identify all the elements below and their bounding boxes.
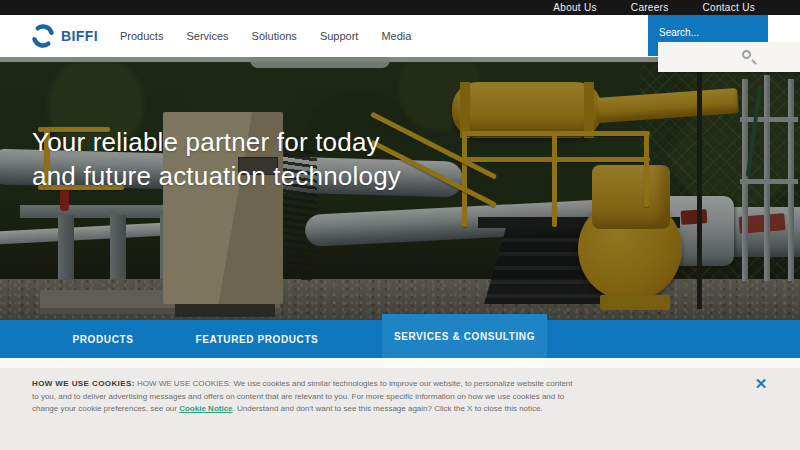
search-icon[interactable] <box>742 50 751 59</box>
tab-products[interactable]: PRODUCTS <box>28 320 178 358</box>
topbar-link-careers[interactable]: Careers <box>631 2 669 13</box>
page: About Us Careers Contact Us BIFFI Produc… <box>0 0 800 450</box>
search-input[interactable] <box>658 42 800 72</box>
topbar-link-about-us[interactable]: About Us <box>553 2 597 13</box>
section-tabbar: PRODUCTS FEATURED PRODUCTS SERVICES & CO… <box>0 320 800 358</box>
hero-heading-line2: and future actuation technology <box>32 159 401 193</box>
search-box <box>658 42 800 72</box>
nav-item-support[interactable]: Support <box>320 30 359 42</box>
nav-item-media[interactable]: Media <box>381 30 411 42</box>
cookie-notice: HOW WE USE COOKIES: HOW WE USE COOKIES: … <box>0 368 800 450</box>
cookie-bold-label: HOW WE USE COOKIES: <box>32 379 135 388</box>
cookie-notice-link[interactable]: Cookie Notice <box>179 404 232 413</box>
hero-image: Your reliable partner for today and futu… <box>0 57 800 320</box>
close-icon[interactable]: ✕ <box>748 372 774 396</box>
search-label: Search... <box>659 27 699 38</box>
bottom-strip <box>0 358 800 368</box>
cookie-notice-text: HOW WE USE COOKIES: HOW WE USE COOKIES: … <box>32 378 577 416</box>
biffi-logo[interactable]: BIFFI <box>30 23 98 49</box>
nav-item-services[interactable]: Services <box>186 30 228 42</box>
tab-featured-products[interactable]: FEATURED PRODUCTS <box>178 320 336 358</box>
tab-services-consulting[interactable]: SERVICES & CONSULTING <box>382 314 547 358</box>
topbar: About Us Careers Contact Us <box>0 0 800 15</box>
hero-heading-line1: Your reliable partner for today <box>32 125 401 159</box>
biffi-logo-icon <box>30 23 56 49</box>
nav-item-solutions[interactable]: Solutions <box>252 30 297 42</box>
nav-items: Products Services Solutions Support Medi… <box>120 15 411 57</box>
nav-item-products[interactable]: Products <box>120 30 163 42</box>
topbar-link-contact-us[interactable]: Contact Us <box>703 2 755 13</box>
cookie-text-after-link: . Understand and don't want to see this … <box>233 404 543 413</box>
hero-heading: Your reliable partner for today and futu… <box>32 125 401 193</box>
biffi-logo-text: BIFFI <box>61 28 98 44</box>
